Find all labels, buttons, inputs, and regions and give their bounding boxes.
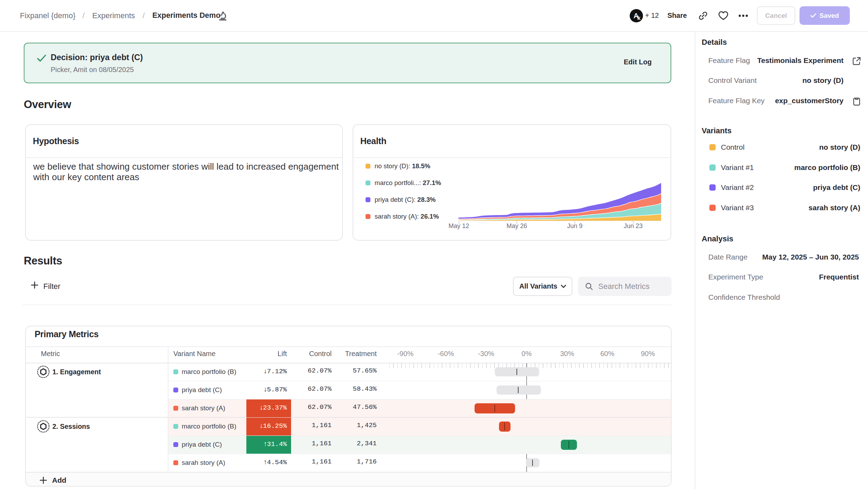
svg-text:k: k [637,15,641,21]
